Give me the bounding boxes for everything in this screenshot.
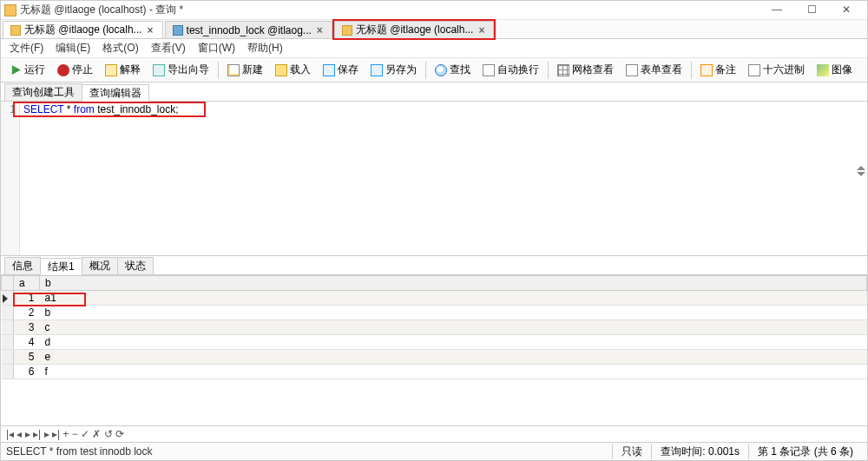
titlebar: 无标题 @itlaoge (localhost) - 查询 * — ☐ ✕ — [1, 1, 867, 20]
close-icon[interactable]: × — [146, 24, 155, 36]
grid-icon — [557, 64, 569, 76]
row-header — [2, 306, 14, 320]
separator — [548, 62, 549, 79]
table-row[interactable]: 2b — [2, 306, 867, 320]
img-button[interactable]: 图像 — [812, 60, 858, 80]
cell-a[interactable]: 4 — [14, 335, 40, 350]
query-subtabs: 查询创建工具 查询编辑器 — [1, 82, 867, 102]
export-button[interactable]: 导出向导 — [148, 60, 214, 80]
chevron-down-icon — [857, 172, 865, 176]
nav-controls[interactable]: |◂ ◂ ▸ ▸| ▸ ▸| + − ✓ ✗ ↺ ⟳ — [6, 428, 124, 440]
menu-edit[interactable]: 编辑(E) — [50, 39, 95, 57]
sql-keyword: SELECT — [23, 103, 63, 115]
cell-a[interactable]: 3 — [14, 320, 40, 335]
find-label: 查找 — [450, 63, 470, 77]
result-tabs: 信息 结果1 概况 状态 — [1, 256, 867, 275]
close-button[interactable]: ✕ — [829, 2, 864, 19]
row-header — [2, 320, 14, 335]
cell-a[interactable]: 1 — [14, 291, 40, 306]
tab-state[interactable]: 状态 — [117, 257, 154, 274]
col-header-a[interactable]: a — [14, 276, 40, 291]
cell-a[interactable]: 2 — [14, 306, 40, 320]
line-gutter: 1 — [1, 102, 20, 255]
line-number: 1 — [4, 103, 16, 115]
save-button[interactable]: 保存 — [318, 60, 364, 80]
table-icon — [173, 25, 183, 36]
new-icon — [227, 64, 240, 76]
cell-a[interactable]: 5 — [14, 350, 40, 365]
note-label: 备注 — [715, 63, 736, 77]
doc-tab-1[interactable]: 无标题 @itlaoge (localh... × — [3, 21, 163, 38]
splitter-arrows[interactable] — [857, 166, 865, 176]
separator — [218, 62, 219, 79]
wrap-label: 自动换行 — [497, 63, 539, 77]
maximize-button[interactable]: ☐ — [794, 2, 829, 19]
cell-b[interactable]: d — [40, 335, 867, 350]
minimize-button[interactable]: — — [760, 2, 794, 19]
stop-button[interactable]: 停止 — [52, 60, 98, 80]
table-row[interactable]: 5e — [2, 350, 867, 365]
result-grid[interactable]: a b 1a12b3c4d5e6f — [1, 275, 867, 379]
saveas-button[interactable]: 另存为 — [365, 60, 422, 80]
tab-result1[interactable]: 结果1 — [40, 258, 82, 275]
img-label: 图像 — [832, 63, 852, 77]
cell-b[interactable]: c — [40, 320, 867, 335]
status-sql: SELECT * from test innodb lock — [6, 445, 612, 458]
status-querytime: 查询时间: 0.001s — [651, 445, 748, 459]
menu-window[interactable]: 窗口(W) — [193, 39, 240, 57]
hex-icon — [748, 64, 760, 76]
menu-file[interactable]: 文件(F) — [4, 39, 49, 57]
tab-builder[interactable]: 查询创建工具 — [4, 83, 82, 101]
sql-text: * — [63, 103, 73, 115]
menu-help[interactable]: 帮助(H) — [242, 39, 288, 57]
toolbar: 运行 停止 解释 导出向导 新建 载入 保存 另存为 查找 自动换行 网格查看 … — [1, 58, 867, 82]
new-button[interactable]: 新建 — [222, 60, 268, 80]
saveas-label: 另存为 — [385, 63, 417, 77]
code-area[interactable]: SELECT * from test_innodb_lock; — [20, 102, 867, 255]
chevron-up-icon — [857, 166, 865, 170]
document-tabs: 无标题 @itlaoge (localh... × test_innodb_lo… — [1, 20, 867, 39]
result-grid-wrap: a b 1a12b3c4d5e6f — [1, 275, 867, 425]
col-header-b[interactable]: b — [40, 276, 867, 291]
tab-info[interactable]: 信息 — [4, 257, 41, 274]
doc-icon — [10, 25, 21, 36]
note-button[interactable]: 备注 — [695, 60, 741, 80]
cell-b[interactable]: a1 — [40, 291, 867, 306]
doc-tab-2[interactable]: test_innodb_lock @itlaog... × — [165, 21, 332, 38]
wrap-button[interactable]: 自动换行 — [477, 60, 544, 80]
menu-format[interactable]: 格式(O) — [97, 39, 143, 57]
export-label: 导出向导 — [168, 63, 209, 77]
menu-view[interactable]: 查看(V) — [146, 39, 191, 57]
cell-b[interactable]: e — [40, 350, 867, 365]
tab-profile[interactable]: 概况 — [82, 257, 118, 274]
table-row[interactable]: 4d — [2, 335, 867, 350]
hex-label: 十六进制 — [763, 63, 805, 77]
table-row[interactable]: 3c — [2, 320, 867, 335]
search-icon — [435, 64, 447, 76]
status-record: 第 1 条记录 (共 6 条) — [748, 445, 862, 459]
play-icon — [10, 64, 22, 76]
tab-editor[interactable]: 查询编辑器 — [82, 84, 149, 102]
doc-tab-label: 无标题 @itlaoge (localh... — [356, 23, 474, 37]
save-label: 保存 — [338, 63, 358, 77]
hex-button[interactable]: 十六进制 — [743, 60, 810, 80]
gridview-button[interactable]: 网格查看 — [552, 60, 619, 80]
close-icon[interactable]: × — [315, 24, 325, 36]
find-button[interactable]: 查找 — [430, 60, 476, 80]
app-icon — [4, 4, 16, 16]
close-icon[interactable]: × — [477, 24, 486, 36]
cell-b[interactable]: b — [40, 306, 867, 320]
formview-button[interactable]: 表单查看 — [621, 60, 687, 80]
table-row[interactable]: 6f — [2, 365, 867, 379]
load-button[interactable]: 载入 — [270, 60, 316, 80]
sql-editor[interactable]: 1 SELECT * from test_innodb_lock; — [1, 102, 867, 256]
record-navigator[interactable]: |◂ ◂ ▸ ▸| ▸ ▸| + − ✓ ✗ ↺ ⟳ — [1, 425, 867, 443]
explain-button[interactable]: 解释 — [100, 60, 146, 80]
cell-a[interactable]: 6 — [14, 365, 40, 379]
doc-tab-3[interactable]: 无标题 @itlaoge (localh... × — [334, 21, 495, 38]
doc-tab-label: test_innodb_lock @itlaog... — [187, 24, 312, 36]
cell-b[interactable]: f — [40, 365, 867, 379]
run-button[interactable]: 运行 — [4, 60, 50, 80]
formview-label: 表单查看 — [641, 63, 682, 77]
table-row[interactable]: 1a1 — [2, 291, 867, 306]
